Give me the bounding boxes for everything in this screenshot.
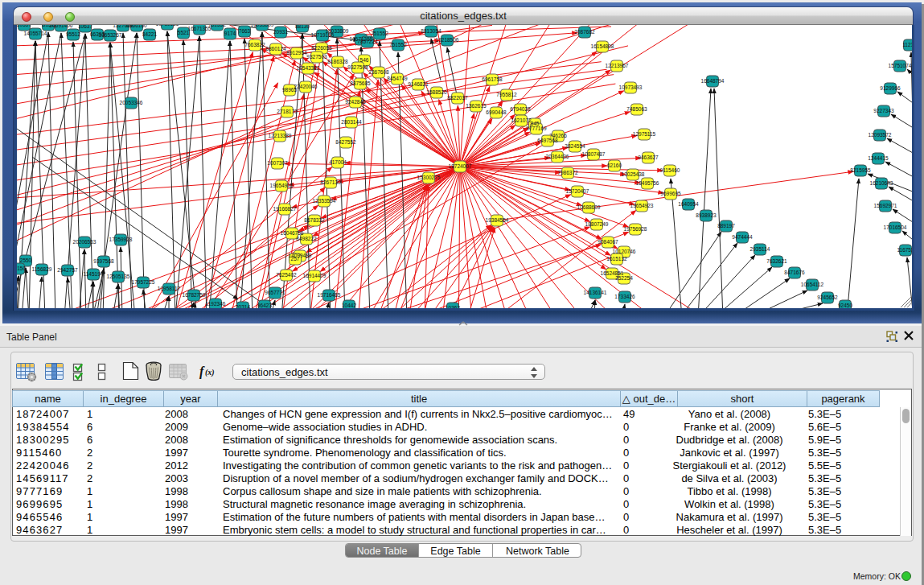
svg-text:2718170: 2718170 — [277, 109, 298, 114]
svg-text:16914479: 16914479 — [303, 273, 326, 278]
svg-text:19654915: 19654915 — [270, 183, 294, 188]
svg-text:9084067: 9084067 — [598, 239, 618, 245]
svg-text:1588520: 1588520 — [426, 89, 447, 95]
svg-text:9397568: 9397568 — [93, 258, 114, 264]
svg-text:15300275: 15300275 — [417, 175, 441, 180]
svg-text:8215955: 8215955 — [850, 167, 871, 173]
svg-text:7625402: 7625402 — [276, 272, 297, 278]
svg-text:(x): (x) — [205, 368, 215, 377]
svg-text:8498222: 8498222 — [296, 236, 317, 241]
svg-text:2550: 2550 — [20, 257, 32, 263]
svg-text:7485063: 7485063 — [626, 106, 647, 112]
svg-text:751552: 751552 — [208, 25, 226, 27]
svg-text:257: 257 — [291, 256, 300, 262]
svg-text:889197: 889197 — [717, 223, 735, 229]
svg-text:7986372: 7986372 — [557, 170, 578, 175]
svg-text:2942757: 2942757 — [57, 267, 78, 273]
svg-text:14055714: 14055714 — [24, 31, 47, 36]
svg-text:17359928: 17359928 — [109, 237, 133, 242]
svg-text:8813054: 8813054 — [421, 28, 441, 34]
svg-text:2367608: 2367608 — [368, 69, 389, 75]
svg-text:9227343: 9227343 — [873, 108, 894, 113]
svg-text:10442: 10442 — [342, 303, 356, 308]
svg-text:8427552: 8427552 — [335, 139, 356, 145]
svg-text:15692971: 15692971 — [874, 203, 897, 208]
svg-text:16033809: 16033809 — [326, 28, 349, 34]
svg-text:10719155: 10719155 — [156, 25, 179, 27]
svg-text:20314: 20314 — [236, 304, 250, 308]
svg-text:9777169: 9777169 — [526, 126, 547, 131]
svg-text:6990448: 6990448 — [486, 109, 507, 115]
svg-text:10973493: 10973493 — [619, 84, 643, 90]
svg-text:116753: 116753 — [897, 247, 912, 253]
svg-text:2935114: 2935114 — [750, 246, 770, 252]
svg-text:96423: 96423 — [257, 303, 272, 308]
svg-text:6497568: 6497568 — [537, 138, 558, 143]
svg-text:8912954: 8912954 — [286, 50, 307, 56]
svg-text:19654923: 19654923 — [630, 203, 654, 208]
svg-text:8875685: 8875685 — [350, 80, 371, 86]
svg-text:11218: 11218 — [902, 42, 912, 47]
svg-text:9657771: 9657771 — [265, 290, 285, 295]
svg-text:2087682: 2087682 — [574, 29, 595, 35]
svg-text:10362: 10362 — [446, 305, 460, 308]
svg-text:1733426: 1733426 — [614, 294, 635, 299]
svg-text:1640954: 1640954 — [678, 201, 699, 207]
svg-text:12975115: 12975115 — [633, 131, 656, 137]
svg-text:10688609: 10688609 — [577, 204, 601, 210]
svg-text:9242845: 9242845 — [345, 99, 366, 105]
svg-text:7663: 7663 — [239, 28, 251, 34]
svg-text:1362615: 1362615 — [466, 103, 487, 109]
svg-text:6961758: 6961758 — [482, 76, 503, 82]
svg-text:6794028: 6794028 — [510, 106, 531, 112]
svg-text:62160: 62160 — [607, 163, 622, 168]
svg-text:10543382: 10543382 — [297, 65, 320, 71]
svg-text:15720407: 15720407 — [566, 188, 589, 194]
svg-text:9245652: 9245652 — [817, 295, 838, 300]
svg-text:17016504: 17016504 — [884, 225, 907, 230]
svg-text:18724007: 18724007 — [449, 163, 472, 169]
svg-text:8938923: 8938923 — [696, 212, 717, 218]
svg-text:84221: 84221 — [142, 31, 157, 37]
svg-text:19716485: 19716485 — [318, 292, 341, 298]
svg-text:16033809: 16033809 — [251, 25, 274, 27]
svg-text:20053346: 20053346 — [120, 100, 143, 105]
svg-text:12353594: 12353594 — [313, 198, 336, 204]
svg-text:16154808: 16154808 — [591, 43, 614, 49]
svg-text:f: f — [199, 365, 205, 379]
svg-text:20557: 20557 — [17, 25, 31, 27]
svg-text:92450: 92450 — [838, 303, 852, 308]
svg-text:16648794: 16648794 — [701, 78, 725, 84]
svg-text:9174: 9174 — [224, 31, 236, 36]
svg-text:20931: 20931 — [273, 29, 288, 35]
svg-text:16782759: 16782759 — [183, 292, 206, 298]
svg-text:10807487: 10807487 — [582, 151, 606, 157]
svg-text:9129966: 9129966 — [880, 85, 901, 91]
svg-text:8267130: 8267130 — [320, 179, 341, 185]
svg-text:8822037: 8822037 — [447, 95, 468, 101]
svg-text:8226058: 8226058 — [311, 45, 332, 51]
svg-text:1615132: 1615132 — [606, 256, 627, 262]
svg-text:7663822: 7663822 — [244, 42, 265, 47]
svg-text:7857224: 7857224 — [357, 39, 378, 44]
svg-text:20364436: 20364436 — [546, 154, 569, 159]
svg-text:10958117: 10958117 — [158, 286, 181, 291]
svg-text:16210643: 16210643 — [870, 180, 893, 186]
svg-text:7955812: 7955812 — [496, 92, 517, 97]
svg-text:20206553: 20206553 — [73, 239, 97, 245]
svg-text:1145194: 1145194 — [84, 271, 104, 277]
svg-text:19218506: 19218506 — [436, 37, 459, 43]
svg-text:417004: 417004 — [329, 159, 347, 165]
svg-text:9463627: 9463627 — [638, 154, 659, 160]
svg-text:10637: 10637 — [78, 25, 92, 29]
svg-text:18495756: 18495756 — [636, 180, 659, 186]
svg-text:9474444: 9474444 — [732, 234, 753, 240]
svg-text:8471676: 8471676 — [784, 270, 805, 275]
svg-text:16046756: 16046756 — [281, 230, 304, 236]
svg-text:1156829: 1156829 — [32, 266, 52, 272]
svg-text:19756928: 19756928 — [624, 226, 647, 232]
svg-text:22420046: 22420046 — [294, 84, 318, 89]
svg-text:98965: 98965 — [282, 87, 297, 93]
svg-text:17957225: 17957225 — [132, 279, 155, 285]
svg-text:546: 546 — [360, 57, 369, 63]
